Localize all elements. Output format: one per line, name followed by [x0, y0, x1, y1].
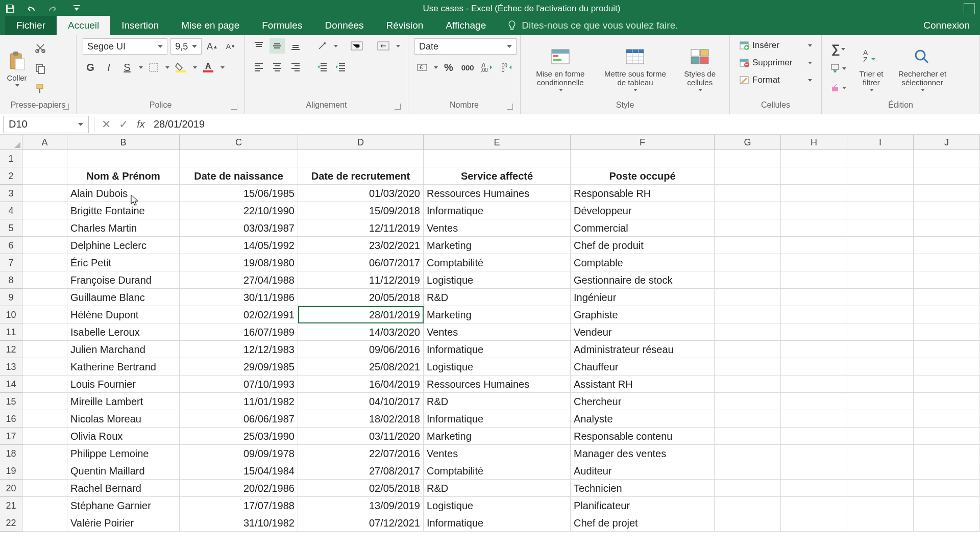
cell-G14[interactable] [715, 375, 781, 393]
column-header-A[interactable]: A [22, 135, 67, 150]
cell-A3[interactable] [22, 185, 67, 202]
cell-D14[interactable]: 16/04/2019 [298, 375, 424, 393]
cell-C2[interactable]: Date de naissance [180, 167, 298, 185]
cell-G3[interactable] [715, 185, 781, 202]
chevron-down-icon[interactable] [396, 45, 400, 47]
cell-G9[interactable] [715, 289, 781, 306]
format-as-table-button[interactable]: Mettre sous forme de tableau [599, 46, 671, 91]
cell-I20[interactable] [847, 480, 914, 497]
percent-icon[interactable]: % [441, 60, 456, 75]
cell-E10[interactable]: Marketing [424, 306, 571, 323]
cell-C5[interactable]: 03/03/1987 [180, 219, 298, 237]
cell-J21[interactable] [914, 497, 980, 514]
cell-F5[interactable]: Commercial [571, 219, 715, 237]
cell-H1[interactable] [781, 150, 847, 167]
cell-J14[interactable] [914, 375, 980, 393]
cell-J2[interactable] [914, 167, 980, 185]
cell-I18[interactable] [847, 445, 914, 462]
row-header-3[interactable]: 3 [0, 185, 22, 202]
row-header-20[interactable]: 20 [0, 480, 22, 497]
cell-B10[interactable]: Hélène Dupont [67, 306, 180, 323]
cell-A19[interactable] [22, 462, 67, 480]
cell-D7[interactable]: 06/07/2017 [298, 254, 424, 271]
cell-C14[interactable]: 07/10/1993 [180, 375, 298, 393]
row-header-6[interactable]: 6 [0, 237, 22, 254]
cell-E21[interactable]: Logistique [424, 497, 571, 514]
save-icon[interactable] [5, 4, 15, 14]
cell-F19[interactable]: Auditeur [571, 462, 715, 480]
row-header-13[interactable]: 13 [0, 358, 22, 375]
cell-B3[interactable]: Alain Dubois [67, 185, 180, 202]
tab-formules[interactable]: Formules [251, 16, 313, 35]
cell-E19[interactable]: Comptabilité [424, 462, 571, 480]
fill-color-icon[interactable] [173, 60, 189, 75]
cell-B16[interactable]: Nicolas Moreau [67, 410, 180, 428]
font-size-dropdown[interactable]: 9,5 [170, 38, 202, 55]
cell-C16[interactable]: 06/06/1987 [180, 410, 298, 428]
cell-D18[interactable]: 22/07/2016 [298, 445, 424, 462]
column-header-C[interactable]: C [180, 135, 298, 150]
cell-E3[interactable]: Ressources Humaines [424, 185, 571, 202]
chevron-down-icon[interactable] [434, 66, 438, 69]
cell-A10[interactable] [22, 306, 67, 323]
cell-B12[interactable]: Julien Marchand [67, 341, 180, 358]
cell-B22[interactable]: Valérie Poirier [67, 514, 180, 532]
cell-B9[interactable]: Guillaume Blanc [67, 289, 180, 306]
cell-C18[interactable]: 09/09/1978 [180, 445, 298, 462]
cell-C17[interactable]: 25/03/1990 [180, 428, 298, 445]
cell-G16[interactable] [715, 410, 781, 428]
cell-A2[interactable] [22, 167, 67, 185]
cell-A22[interactable] [22, 514, 67, 532]
autosum-icon[interactable]: ∑ [828, 41, 848, 57]
sort-filter-button[interactable]: AZ Trier et filtrer [853, 46, 889, 91]
decrease-indent-icon[interactable] [314, 59, 330, 74]
cell-J13[interactable] [914, 358, 980, 375]
fill-icon[interactable] [828, 61, 848, 76]
row-header-17[interactable]: 17 [0, 428, 22, 445]
cell-I10[interactable] [847, 306, 914, 323]
cell-A4[interactable] [22, 202, 67, 219]
cell-F15[interactable]: Chercheur [571, 393, 715, 410]
tell-me[interactable]: Dites-nous ce que vous voulez faire. [497, 16, 688, 35]
cell-E12[interactable]: Informatique [424, 341, 571, 358]
cell-C13[interactable]: 29/09/1985 [180, 358, 298, 375]
cell-D3[interactable]: 01/03/2020 [298, 185, 424, 202]
cell-F4[interactable]: Développeur [571, 202, 715, 219]
conditional-formatting-button[interactable]: Mise en forme conditionnelle [527, 46, 594, 91]
cell-E2[interactable]: Service affecté [424, 167, 571, 185]
cell-C15[interactable]: 11/01/1982 [180, 393, 298, 410]
cancel-formula-icon[interactable]: ✕ [97, 118, 115, 131]
find-select-button[interactable]: Rechercher et sélectionner [894, 46, 950, 91]
cell-G21[interactable] [715, 497, 781, 514]
row-header-12[interactable]: 12 [0, 341, 22, 358]
cell-D17[interactable]: 03/11/2020 [298, 428, 424, 445]
cell-H10[interactable] [781, 306, 847, 323]
cell-C4[interactable]: 22/10/1990 [180, 202, 298, 219]
cell-F18[interactable]: Manager des ventes [571, 445, 715, 462]
borders-icon[interactable] [146, 60, 161, 75]
cell-G1[interactable] [715, 150, 781, 167]
cell-B18[interactable]: Philippe Lemoine [67, 445, 180, 462]
row-header-11[interactable]: 11 [0, 323, 22, 341]
cell-H17[interactable] [781, 428, 847, 445]
cell-C6[interactable]: 14/05/1992 [180, 237, 298, 254]
row-header-15[interactable]: 15 [0, 393, 22, 410]
cell-F11[interactable]: Vendeur [571, 323, 715, 341]
undo-icon[interactable] [26, 4, 37, 14]
row-header-22[interactable]: 22 [0, 514, 22, 532]
cell-A1[interactable] [22, 150, 67, 167]
cell-C1[interactable] [180, 150, 298, 167]
tab-révision[interactable]: Révision [375, 16, 434, 35]
cell-F16[interactable]: Analyste [571, 410, 715, 428]
cell-F6[interactable]: Chef de produit [571, 237, 715, 254]
cell-C20[interactable]: 20/02/1986 [180, 480, 298, 497]
cell-B5[interactable]: Charles Martin [67, 219, 180, 237]
row-header-16[interactable]: 16 [0, 410, 22, 428]
cell-C11[interactable]: 16/07/1989 [180, 323, 298, 341]
align-top-icon[interactable] [251, 38, 266, 54]
column-header-G[interactable]: G [715, 135, 781, 150]
cell-A15[interactable] [22, 393, 67, 410]
row-header-7[interactable]: 7 [0, 254, 22, 271]
cell-D11[interactable]: 14/03/2020 [298, 323, 424, 341]
cell-F7[interactable]: Comptable [571, 254, 715, 271]
